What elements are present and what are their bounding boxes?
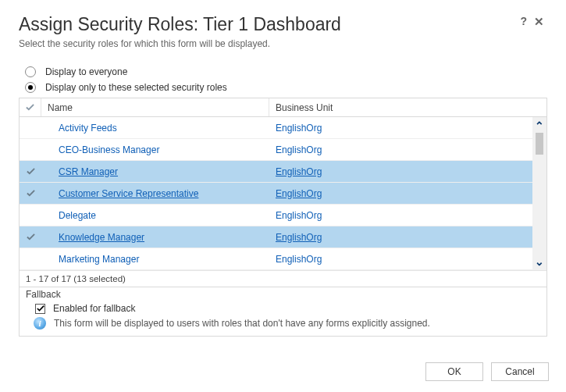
assign-security-roles-dialog: Assign Security Roles: Tier 1 Dashboard … [0,0,566,392]
table-footer-count: 1 - 17 of 17 (13 selected) [20,270,546,287]
scroll-down-icon[interactable]: ⌄ [535,256,544,267]
business-unit-link[interactable]: EnglishOrg [276,123,322,134]
role-name-link[interactable]: Delegate [59,210,96,221]
scroll-thumb[interactable] [536,133,543,155]
check-icon [26,103,34,112]
fallback-checkbox[interactable] [35,304,45,314]
row-checkbox[interactable] [20,189,41,198]
table-header-row: Name Business Unit [20,98,546,117]
business-unit-link[interactable]: EnglishOrg [276,210,322,221]
fallback-enabled-row[interactable]: Enabled for fallback [35,303,540,314]
row-name-cell: Activity Feeds [41,123,269,134]
role-name-link[interactable]: Activity Feeds [59,123,117,134]
row-name-cell: Knowledge Manager [41,232,269,243]
row-name-cell: CEO-Business Manager [41,144,269,155]
table-row[interactable]: CSR ManagerEnglishOrg [20,161,532,183]
dialog-title: Assign Security Roles: Tier 1 Dashboard [19,14,547,35]
row-name-cell: Customer Service Representative [41,188,269,199]
column-header-business-unit[interactable]: Business Unit [269,98,546,116]
check-icon [27,233,35,241]
business-unit-link[interactable]: EnglishOrg [276,232,322,243]
fallback-label: Fallback [26,289,540,300]
fallback-info-text: This form will be displayed to users wit… [54,318,430,329]
row-bu-cell: EnglishOrg [269,144,532,155]
business-unit-link[interactable]: EnglishOrg [276,254,322,265]
vertical-scrollbar[interactable]: ⌃ ⌄ [532,117,546,270]
info-icon: i [34,317,46,330]
row-bu-cell: EnglishOrg [269,123,532,134]
business-unit-link[interactable]: EnglishOrg [276,144,322,155]
role-name-link[interactable]: CSR Manager [59,166,118,177]
table-row[interactable]: Marketing ManagerEnglishOrg [20,248,532,270]
dialog-button-bar: OK Cancel [425,362,549,381]
row-bu-cell: EnglishOrg [269,254,532,265]
row-bu-cell: EnglishOrg [269,188,532,199]
roles-table: Name Business Unit Activity FeedsEnglish… [19,98,547,337]
row-bu-cell: EnglishOrg [269,210,532,221]
radio-icon [25,66,36,77]
column-header-name[interactable]: Name [41,98,269,116]
radio-label: Display to everyone [45,66,127,77]
fallback-enabled-label: Enabled for fallback [53,303,135,314]
dialog-header: Assign Security Roles: Tier 1 Dashboard … [19,14,547,35]
fallback-info-row: i This form will be displayed to users w… [34,317,540,330]
row-checkbox[interactable] [20,167,41,176]
row-checkbox[interactable] [20,233,41,241]
radio-icon [25,82,36,93]
row-bu-cell: EnglishOrg [269,232,532,243]
fallback-section: Fallback Enabled for fallback i This for… [19,287,547,337]
table-row[interactable]: Activity FeedsEnglishOrg [20,117,532,139]
business-unit-link[interactable]: EnglishOrg [276,166,322,177]
radio-display-selected[interactable]: Display only to these selected security … [25,82,547,93]
table-row[interactable]: DelegateEnglishOrg [20,205,532,226]
close-icon[interactable]: ✕ [534,16,544,27]
table-row[interactable]: Customer Service RepresentativeEnglishOr… [20,183,532,205]
cancel-button[interactable]: Cancel [491,362,549,381]
table-body: Activity FeedsEnglishOrgCEO-Business Man… [20,117,532,270]
row-name-cell: Marketing Manager [41,254,269,265]
table-row[interactable]: CEO-Business ManagerEnglishOrg [20,139,532,161]
role-name-link[interactable]: Marketing Manager [59,254,139,265]
ok-button[interactable]: OK [425,362,483,381]
radio-display-everyone[interactable]: Display to everyone [25,66,547,77]
select-all-checkbox[interactable] [20,98,41,116]
radio-label: Display only to these selected security … [45,82,227,93]
table-row[interactable]: Knowledge ManagerEnglishOrg [20,226,532,248]
role-name-link[interactable]: Customer Service Representative [59,188,198,199]
help-icon[interactable]: ? [520,16,527,27]
row-name-cell: CSR Manager [41,166,269,177]
check-icon [37,305,44,312]
check-icon [27,167,35,176]
role-name-link[interactable]: Knowledge Manager [59,232,144,243]
business-unit-link[interactable]: EnglishOrg [276,188,322,199]
check-icon [27,189,35,198]
dialog-subtitle: Select the security roles for which this… [19,38,547,49]
scroll-up-icon[interactable]: ⌃ [535,120,544,131]
row-name-cell: Delegate [41,210,269,221]
role-name-link[interactable]: CEO-Business Manager [59,144,159,155]
row-bu-cell: EnglishOrg [269,166,532,177]
